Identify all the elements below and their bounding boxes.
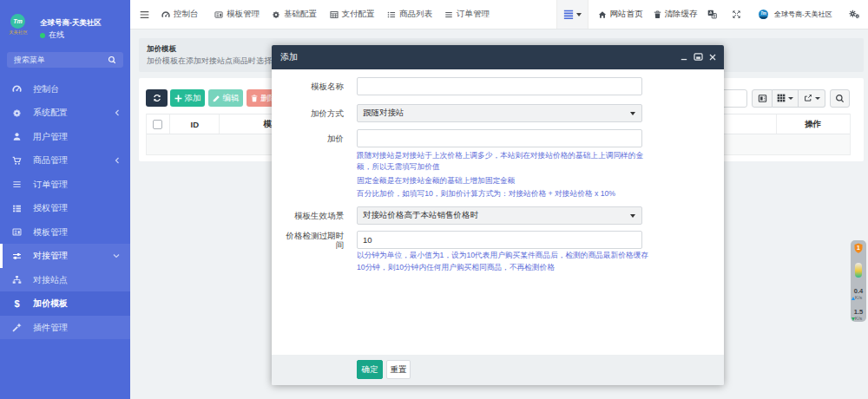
edit-button[interactable]: 编辑	[208, 89, 243, 107]
plus-icon	[174, 95, 182, 102]
tachometer-icon	[12, 84, 22, 94]
upload-speed-value: 0.4	[851, 287, 866, 295]
sidebar-item-order-management[interactable]: 订单管理	[0, 173, 130, 197]
caret-down-icon	[815, 97, 820, 100]
sidebar-title: 全球号商-天美社区	[40, 18, 102, 29]
gear-icon	[12, 108, 22, 118]
sidebar-item-dock-sites[interactable]: 对接站点	[0, 268, 130, 292]
sitemap-icon	[12, 275, 22, 285]
field-label-mode: 加价方式	[281, 108, 344, 119]
logo-subtext: 天美社区	[6, 29, 31, 36]
caret-down-icon	[576, 13, 582, 16]
pagination-toggle-button[interactable]	[752, 89, 773, 108]
sidebar: Tm 天美社区 全球号商-天美社区 在线 控制台 系统配置 用户管理 商品管理	[0, 0, 130, 399]
scene-value: 对接站价格高于本站销售价格时	[363, 210, 478, 221]
dialog-title: 添加	[280, 45, 298, 69]
sidebar-item-dashboard[interactable]: 控制台	[0, 77, 130, 101]
net-speed-widget[interactable]: 1 0.4 K/s 1.5 K/s	[851, 240, 866, 322]
select-all-checkbox[interactable]	[153, 120, 162, 129]
dollar-icon: $	[12, 299, 22, 309]
account-name: 全球号商-天美社区	[774, 10, 832, 19]
page-title: 加价模板	[147, 44, 176, 55]
upload-speed-unit: K/s	[851, 295, 866, 300]
sidebar-menu: 控制台 系统配置 用户管理 商品管理 订单管理 授权管理 模板管理	[0, 77, 130, 340]
sidebar-search[interactable]	[7, 52, 123, 68]
add-dialog: 添加 模板名称 加价方式 跟随对接站 加价 跟随对接站是对接站于上次价格上调多少…	[272, 45, 724, 386]
select-all-cell	[147, 114, 171, 134]
sidebar-item-markup-template[interactable]: $ 加价模板	[0, 291, 130, 316]
sidebar-item-plugin-management[interactable]: 插件管理	[0, 316, 130, 340]
chevron-left-icon	[115, 157, 120, 164]
search-icon[interactable]	[108, 56, 116, 64]
th-list-icon	[12, 204, 22, 213]
minimize-icon[interactable]	[681, 54, 687, 61]
export-button[interactable]	[799, 89, 825, 108]
site-home-link[interactable]: 网站首页	[598, 0, 643, 29]
sidebar-item-label: 插件管理	[33, 322, 68, 334]
dialog-header[interactable]: 添加	[272, 45, 724, 69]
template-name-input[interactable]	[357, 77, 642, 95]
logo-icon: Tm	[10, 14, 25, 29]
expire-time-input[interactable]	[357, 231, 642, 249]
online-dot-icon	[40, 33, 45, 38]
column-header-id[interactable]: ID	[170, 114, 220, 134]
sidebar-item-product-management[interactable]: 商品管理	[0, 148, 130, 173]
sidebar-item-label: 模板管理	[33, 226, 68, 239]
nav-item-label: 清除缓存	[665, 9, 698, 20]
edit-button-label: 编辑	[223, 93, 240, 104]
sidebar-item-system-config[interactable]: 系统配置	[0, 101, 130, 125]
nav-right: 网站首页 清除缓存 Tm 全球号商-天美社区	[130, 0, 868, 29]
column-header-actions[interactable]: 操作	[777, 114, 850, 134]
markup-mode-value: 跟随对接站	[363, 108, 404, 119]
markup-mode-select[interactable]: 跟随对接站	[357, 104, 642, 122]
sidebar-item-label: 订单管理	[33, 179, 68, 191]
sidebar-item-label: 控制台	[33, 83, 59, 95]
sidebar-item-auth-management[interactable]: 授权管理	[0, 196, 130, 220]
user-icon	[12, 132, 22, 141]
confirm-button[interactable]: 确定	[357, 360, 383, 379]
clear-cache-button[interactable]: 清除缓存	[654, 0, 698, 29]
maximize-icon[interactable]	[694, 53, 703, 61]
gradient-pill-icon	[855, 263, 862, 278]
refresh-button[interactable]	[146, 89, 168, 107]
markup-help-text: 跟随对接站是对接站于上次价格上调多少，本站则在对接站价格的基础上上调同样的金 额…	[357, 150, 643, 200]
nav-item-label: 网站首页	[610, 9, 643, 20]
sidebar-item-label: 加价模板	[33, 298, 68, 310]
download-speed-unit: K/s	[851, 316, 866, 321]
reset-button[interactable]: 重置	[386, 360, 411, 379]
online-status-label: 在线	[49, 29, 64, 41]
field-label-scene: 模板生效场景	[281, 211, 344, 221]
quick-menu-button[interactable]	[556, 0, 589, 29]
cart-icon	[12, 156, 22, 166]
sidebar-item-label: 商品管理	[33, 154, 68, 167]
settings-button[interactable]	[849, 0, 860, 29]
sliders-icon	[12, 252, 22, 261]
field-label-markup: 加价	[281, 134, 344, 144]
sidebar-search-input[interactable]	[14, 56, 108, 64]
sidebar-item-dock-management[interactable]: 对接管理	[0, 244, 130, 268]
trash-icon	[654, 10, 661, 19]
add-button[interactable]: 添加	[170, 89, 205, 107]
caret-down-icon	[630, 112, 635, 115]
home-icon	[598, 10, 607, 19]
avatar: Tm	[759, 10, 768, 19]
pencil-icon	[213, 95, 220, 102]
field-label-name: 模板名称	[281, 82, 344, 92]
fullscreen-button[interactable]	[732, 0, 741, 29]
sidebar-item-label: 用户管理	[33, 131, 68, 143]
sidebar-item-template-management[interactable]: 模板管理	[0, 220, 130, 245]
sidebar-item-label: 对接管理	[33, 250, 68, 262]
download-speed-value: 1.5	[851, 308, 866, 316]
search-button[interactable]	[830, 89, 850, 108]
sidebar-item-user-management[interactable]: 用户管理	[0, 125, 130, 149]
markup-input[interactable]	[357, 129, 642, 147]
dialog-footer: 确定 重置	[272, 355, 724, 385]
columns-button[interactable]	[773, 89, 799, 108]
scene-select[interactable]: 对接站价格高于本站销售价格时	[357, 206, 642, 225]
language-button[interactable]	[707, 0, 717, 29]
close-icon[interactable]	[709, 54, 716, 61]
account-menu[interactable]: Tm 全球号商-天美社区	[759, 0, 832, 29]
top-navbar: 控制台 模板管理 基础配置 支付配置 商品列表 订单管理 网站首	[130, 0, 868, 29]
field-label-expire: 价格检测过期时间	[281, 231, 344, 251]
sidebar-item-label: 系统配置	[33, 107, 68, 119]
